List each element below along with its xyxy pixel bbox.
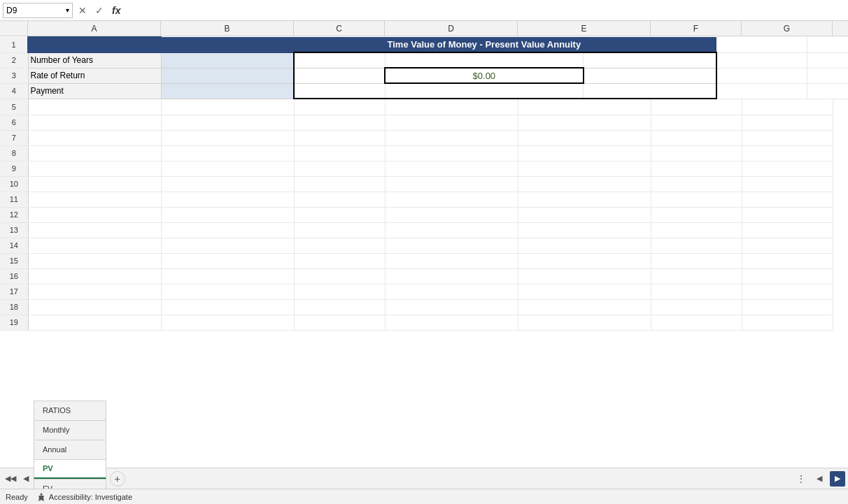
cell-C18[interactable]	[294, 299, 385, 315]
cell-f1[interactable]	[716, 37, 807, 52]
cell-D18[interactable]	[385, 299, 518, 315]
cell-e3[interactable]	[584, 68, 716, 83]
cell-B12[interactable]	[161, 207, 294, 222]
cell-A15[interactable]	[28, 253, 161, 268]
cell-B7[interactable]	[161, 130, 294, 145]
cell-ref-dropdown-icon[interactable]: ▾	[66, 6, 69, 14]
cell-d4[interactable]	[385, 83, 584, 99]
sheet-tab-ratios[interactable]: RATIOS	[34, 401, 106, 420]
cell-B14[interactable]	[161, 238, 294, 253]
cell-F17[interactable]	[651, 284, 742, 299]
cell-C10[interactable]	[294, 176, 385, 192]
cell-E8[interactable]	[518, 145, 651, 161]
col-header-g[interactable]: G	[742, 21, 833, 36]
cell-f4[interactable]	[716, 83, 807, 99]
cell-A10[interactable]	[28, 176, 161, 192]
cell-D10[interactable]	[385, 176, 518, 192]
cell-f2[interactable]	[716, 52, 807, 68]
cell-F8[interactable]	[651, 145, 742, 161]
cell-C19[interactable]	[294, 315, 385, 330]
cell-B6[interactable]	[161, 115, 294, 130]
sheet-tab-annual[interactable]: Annual	[34, 440, 106, 459]
cell-e2[interactable]	[584, 52, 716, 68]
cell-G14[interactable]	[742, 238, 833, 253]
cell-G9[interactable]	[742, 161, 833, 176]
sheet-nav-prev-first[interactable]: ◀◀	[3, 471, 18, 487]
cell-A13[interactable]	[28, 222, 161, 238]
cell-G12[interactable]	[742, 207, 833, 222]
cell-C6[interactable]	[294, 115, 385, 130]
sheet-nav-prev[interactable]: ◀	[18, 471, 34, 487]
sheet-tab-pv[interactable]: PV	[34, 459, 106, 479]
cell-B5[interactable]	[161, 99, 294, 115]
cell-F14[interactable]	[651, 238, 742, 253]
cell-D13[interactable]	[385, 222, 518, 238]
cell-F7[interactable]	[651, 130, 742, 145]
cell-F13[interactable]	[651, 222, 742, 238]
cell-E7[interactable]	[518, 130, 651, 145]
cell-D17[interactable]	[385, 284, 518, 299]
cell-g1[interactable]	[807, 37, 848, 52]
cell-C15[interactable]	[294, 253, 385, 268]
cell-C13[interactable]	[294, 222, 385, 238]
cell-E11[interactable]	[518, 192, 651, 207]
input-number-of-years[interactable]	[161, 52, 294, 68]
cell-F9[interactable]	[651, 161, 742, 176]
col-header-b[interactable]: B	[161, 21, 294, 36]
input-rate-of-return[interactable]	[161, 68, 294, 83]
cell-F11[interactable]	[651, 192, 742, 207]
cell-A16[interactable]	[28, 268, 161, 284]
cell-D6[interactable]	[385, 115, 518, 130]
cell-B18[interactable]	[161, 299, 294, 315]
cell-D15[interactable]	[385, 253, 518, 268]
cell-G18[interactable]	[742, 299, 833, 315]
cell-A17[interactable]	[28, 284, 161, 299]
cell-g4[interactable]	[807, 83, 848, 99]
cell-G11[interactable]	[742, 192, 833, 207]
cell-g3[interactable]	[807, 68, 848, 83]
cell-E17[interactable]	[518, 284, 651, 299]
sheet-scroll-left[interactable]: ◀	[812, 471, 827, 487]
cell-B9[interactable]	[161, 161, 294, 176]
cell-E13[interactable]	[518, 222, 651, 238]
sheet-tab-monthly[interactable]: Monthly	[34, 420, 106, 440]
cell-B8[interactable]	[161, 145, 294, 161]
cell-G7[interactable]	[742, 130, 833, 145]
col-header-f[interactable]: F	[651, 21, 742, 36]
cell-c4[interactable]	[294, 83, 385, 99]
cell-c3[interactable]	[294, 68, 385, 83]
input-payment[interactable]	[161, 83, 294, 99]
cell-D16[interactable]	[385, 268, 518, 284]
title-cell-d1[interactable]: Time Value of Money - Present Value Annu…	[385, 37, 584, 52]
result-value-cell[interactable]: $0.00	[385, 68, 584, 83]
label-number-of-years[interactable]: Number of Years	[28, 52, 161, 68]
cell-E15[interactable]	[518, 253, 651, 268]
cell-B11[interactable]	[161, 192, 294, 207]
cell-F15[interactable]	[651, 253, 742, 268]
sheet-scroll-right[interactable]: ▶	[830, 471, 845, 487]
cell-A14[interactable]	[28, 238, 161, 253]
cell-E10[interactable]	[518, 176, 651, 192]
cell-B16[interactable]	[161, 268, 294, 284]
cell-A6[interactable]	[28, 115, 161, 130]
cell-C14[interactable]	[294, 238, 385, 253]
cell-f3[interactable]	[716, 68, 807, 83]
cell-C17[interactable]	[294, 284, 385, 299]
cell-G13[interactable]	[742, 222, 833, 238]
cell-G5[interactable]	[742, 99, 833, 115]
cell-E6[interactable]	[518, 115, 651, 130]
confirm-formula-icon[interactable]: ✓	[92, 3, 106, 17]
cell-E16[interactable]	[518, 268, 651, 284]
cell-F5[interactable]	[651, 99, 742, 115]
cell-G6[interactable]	[742, 115, 833, 130]
cell-A5[interactable]	[28, 99, 161, 115]
cell-A11[interactable]	[28, 192, 161, 207]
col-header-c[interactable]: C	[294, 21, 385, 36]
cell-A7[interactable]	[28, 130, 161, 145]
cell-C11[interactable]	[294, 192, 385, 207]
title-cell-e1[interactable]	[584, 37, 716, 52]
cell-B10[interactable]	[161, 176, 294, 192]
cell-C9[interactable]	[294, 161, 385, 176]
cell-A8[interactable]	[28, 145, 161, 161]
tab-options-icon[interactable]: ⋮	[793, 472, 809, 486]
